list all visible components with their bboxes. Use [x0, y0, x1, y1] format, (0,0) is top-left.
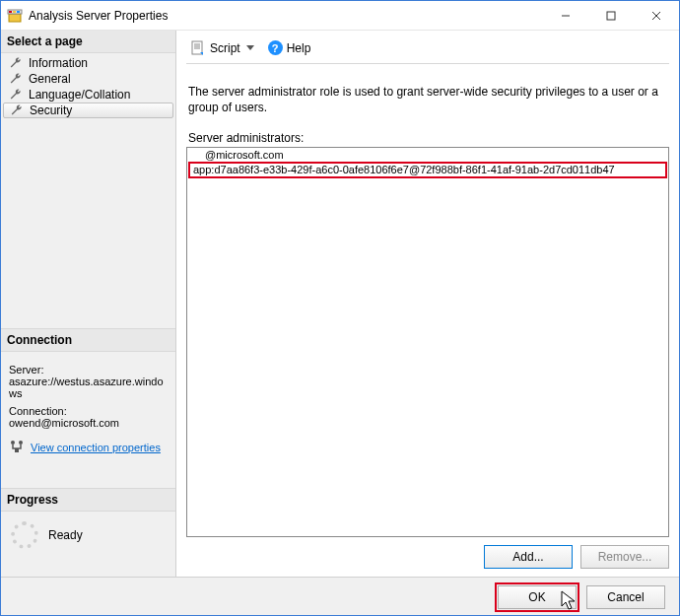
page-label: General: [29, 72, 71, 86]
add-button[interactable]: Add...: [484, 545, 573, 569]
svg-rect-3: [13, 11, 16, 13]
connection-value: owend@microsoft.com: [9, 417, 168, 429]
page-item-information[interactable]: Information: [1, 55, 175, 71]
wrench-icon: [9, 88, 23, 102]
progress-status: Ready: [48, 528, 83, 542]
progress-body: Ready: [1, 512, 175, 559]
server-label: Server:: [9, 364, 168, 376]
ok-label: OK: [528, 590, 545, 604]
help-icon: ?: [268, 40, 283, 55]
cancel-button[interactable]: Cancel: [586, 585, 665, 609]
script-button[interactable]: Script: [186, 38, 258, 58]
wrench-icon: [9, 56, 23, 70]
right-pane: Script ? Help The server administrator r…: [176, 31, 679, 577]
list-item[interactable]: @microsoft.com: [187, 148, 668, 163]
footer: OK Cancel: [1, 577, 679, 616]
svg-rect-0: [9, 14, 21, 22]
wrench-icon: [10, 103, 24, 117]
window-controls: [543, 1, 679, 30]
help-button[interactable]: ? Help: [264, 38, 315, 57]
progress-header: Progress: [1, 488, 175, 512]
script-icon: [190, 40, 206, 56]
connection-label: Connection:: [9, 405, 168, 417]
remove-button: Remove...: [580, 545, 669, 569]
maximize-button[interactable]: [588, 1, 634, 31]
add-label: Add...: [512, 550, 543, 564]
chevron-down-icon: [246, 45, 254, 50]
svg-point-10: [19, 441, 23, 445]
list-item[interactable]: app:d7aa86f3-e33b-429f-a6c0-0afe8106f6e7…: [189, 163, 666, 177]
page-label: Security: [30, 103, 72, 117]
server-admins-label: Server administrators:: [188, 131, 667, 145]
page-label: Information: [29, 56, 88, 70]
minimize-button[interactable]: [543, 1, 588, 31]
window-title: Analysis Server Properties: [29, 9, 168, 23]
view-connection-properties-link[interactable]: View connection properties: [31, 442, 161, 453]
svg-rect-4: [17, 11, 20, 13]
svg-point-9: [11, 441, 15, 445]
page-label: Language/Collation: [29, 88, 130, 102]
svg-rect-2: [9, 11, 12, 13]
page-item-general[interactable]: General: [1, 71, 175, 87]
toolbar: Script ? Help: [186, 36, 669, 64]
server-admins-listbox[interactable]: @microsoft.com app:d7aa86f3-e33b-429f-a6…: [186, 147, 669, 537]
page-item-language-collation[interactable]: Language/Collation: [1, 87, 175, 103]
svg-rect-6: [607, 12, 615, 20]
page-list: Information General Language/Collation S…: [1, 53, 175, 120]
select-page-header: Select a page: [1, 31, 175, 53]
left-pane: Select a page Information General Langua…: [1, 31, 176, 577]
cancel-label: Cancel: [607, 590, 644, 604]
connection-body: Server: asazure://westus.asazure.windows…: [1, 352, 175, 462]
wrench-icon: [9, 72, 23, 86]
remove-label: Remove...: [598, 550, 652, 564]
description-text: The server administrator role is used to…: [188, 84, 667, 115]
svg-rect-11: [15, 448, 19, 452]
connection-icon: [9, 439, 25, 456]
help-label: Help: [287, 41, 311, 55]
connection-header: Connection: [1, 328, 175, 352]
page-item-security[interactable]: Security: [3, 103, 173, 118]
titlebar: Analysis Server Properties: [1, 1, 679, 31]
close-button[interactable]: [634, 1, 679, 31]
script-label: Script: [210, 41, 240, 55]
ok-button[interactable]: OK: [498, 585, 577, 609]
progress-spinner-icon: [11, 521, 38, 549]
app-icon: [7, 8, 23, 24]
server-value: asazure://westus.asazure.windows: [9, 376, 168, 399]
